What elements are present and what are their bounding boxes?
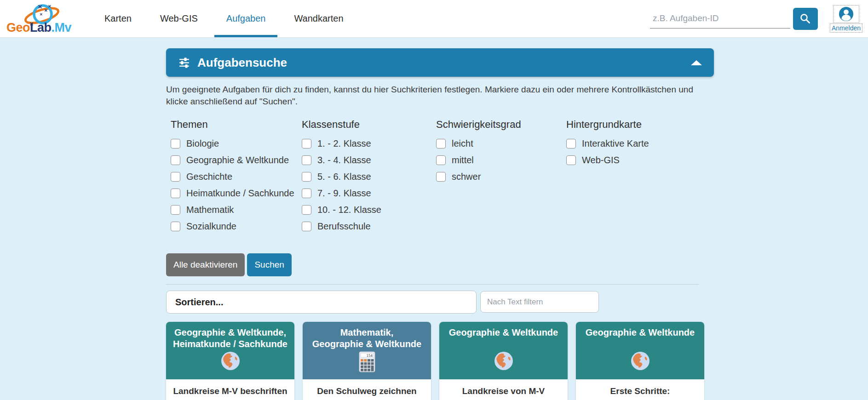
suchen-button[interactable]: Suchen xyxy=(247,253,291,276)
svg-text:✕: ✕ xyxy=(48,4,52,9)
results-toolbar: Sortieren... xyxy=(166,291,714,314)
page-body: Aufgabensuche Um geeignete Aufgaben für … xyxy=(0,48,868,400)
filter-group-themen: Themen Biologie Geographie & Weltkunde G… xyxy=(171,119,302,238)
group-title: Themen xyxy=(171,119,302,131)
task-card-body: Den Schulweg zeichnen xyxy=(303,379,431,397)
nav-item-web-gis[interactable]: Web-GIS xyxy=(146,0,212,37)
aufgabensuche-panel-header[interactable]: Aufgabensuche xyxy=(166,48,714,77)
filter-group-hintergrundkarte: Hintergrundkarte Interaktive Karte Web-G… xyxy=(566,119,714,238)
option-label: 7. - 9. Klasse xyxy=(317,188,371,199)
filter-option[interactable]: 3. - 4. Klasse xyxy=(302,155,436,166)
checkbox-heimatkunde-sachkunde[interactable] xyxy=(171,189,180,198)
filter-option[interactable]: Sozialkunde xyxy=(171,221,302,232)
logo-text: GeoLab.Mv xyxy=(6,21,71,35)
group-title: Hintergrundkarte xyxy=(566,119,714,131)
search-button[interactable] xyxy=(793,8,818,30)
checkbox-mathematik[interactable] xyxy=(171,205,180,215)
task-card-body: Erste Schritte: Kartenausschnitt und Hin… xyxy=(576,379,704,400)
task-card-category: Geographie & Weltkunde xyxy=(586,327,695,350)
svg-text:✕: ✕ xyxy=(40,12,43,17)
option-label: Berufsschule xyxy=(317,221,371,232)
filter-option[interactable]: Interaktive Karte xyxy=(566,138,714,149)
filter-option[interactable]: 5. - 6. Klasse xyxy=(302,171,436,182)
checkbox-mittel[interactable] xyxy=(436,155,446,165)
collapse-caret-icon[interactable] xyxy=(691,60,702,65)
checkbox-interaktive-karte[interactable] xyxy=(566,139,576,149)
checkbox-klasse-10-12[interactable] xyxy=(302,205,311,215)
option-label: leicht xyxy=(452,138,473,149)
filter-option[interactable]: schwer xyxy=(436,171,566,182)
option-label: Web-GIS xyxy=(582,155,620,166)
filter-option[interactable]: Berufsschule xyxy=(302,221,436,232)
filter-option[interactable]: Heimatkunde / Sachkunde xyxy=(171,188,302,199)
checkbox-klasse-7-9[interactable] xyxy=(302,189,311,198)
filter-option[interactable]: Biologie xyxy=(171,138,302,149)
checkbox-biologie[interactable] xyxy=(171,139,180,149)
task-card-category: Geographie & Weltkunde xyxy=(449,327,558,350)
globe-icon xyxy=(631,351,650,371)
task-card-title: Erste Schritte: Kartenausschnitt und Hin… xyxy=(579,385,701,400)
option-label: Geschichte xyxy=(186,171,232,182)
option-label: Sozialkunde xyxy=(186,221,236,232)
search-icon xyxy=(799,13,811,24)
checkbox-leicht[interactable] xyxy=(436,139,446,149)
filter-group-klassenstufe: Klassenstufe 1. - 2. Klasse 3. - 4. Klas… xyxy=(302,119,436,238)
sort-select-label: Sortieren... xyxy=(175,297,223,308)
results-divider xyxy=(166,284,699,285)
task-card-header: Geographie & Weltkunde xyxy=(439,322,568,379)
filter-option[interactable]: 7. - 9. Klasse xyxy=(302,188,436,199)
task-card-header: Mathematik, Geographie & Weltkunde 154 xyxy=(303,322,431,379)
nav-item-karten[interactable]: Karten xyxy=(90,0,146,37)
option-label: Heimatkunde / Sachkunde xyxy=(186,188,294,199)
option-label: 5. - 6. Klasse xyxy=(317,171,371,182)
geolab-logo[interactable]: ✕ ✕ ✕ ✕ ✕ GeoLab.Mv xyxy=(6,0,76,37)
filter-group-schwierigkeitsgrad: Schwierigkeitsgrad leicht mittel schwer xyxy=(436,119,566,238)
task-card[interactable]: Geographie & Weltkunde, Heimatkunde / Sa… xyxy=(166,322,294,400)
user-icon xyxy=(839,6,854,22)
option-label: 3. - 4. Klasse xyxy=(317,155,371,166)
filter-option[interactable]: Geographie & Weltkunde xyxy=(171,155,302,166)
filter-option[interactable]: Mathematik xyxy=(171,205,302,215)
filter-option[interactable]: mittel xyxy=(436,155,566,166)
option-label: Mathematik xyxy=(186,205,234,215)
task-card[interactable]: Geographie & Weltkunde Landkreise von M-… xyxy=(439,322,568,400)
task-card-category: Mathematik, Geographie & Weltkunde xyxy=(312,327,421,350)
sliders-icon xyxy=(178,57,190,69)
checkbox-berufsschule[interactable] xyxy=(302,222,311,231)
globe-icon xyxy=(494,351,513,371)
deactivate-all-button[interactable]: Alle deaktivieren xyxy=(166,253,245,276)
checkbox-sozialkunde[interactable] xyxy=(171,222,180,231)
text-filter-input[interactable] xyxy=(480,291,599,313)
filter-option[interactable]: 10. - 12. Klasse xyxy=(302,205,436,215)
filter-option[interactable]: Web-GIS xyxy=(566,155,714,166)
option-label: Interaktive Karte xyxy=(582,138,649,149)
task-card-body: Landkreise von M-V benennen xyxy=(439,379,568,400)
checkbox-klasse-1-2[interactable] xyxy=(302,139,311,149)
globe-icon xyxy=(221,351,240,371)
checkbox-geschichte[interactable] xyxy=(171,172,180,182)
nav-item-aufgaben[interactable]: Aufgaben xyxy=(212,0,280,37)
nav-item-wandkarten[interactable]: Wandkarten xyxy=(280,0,357,37)
checkbox-schwer[interactable] xyxy=(436,172,446,182)
filter-option[interactable]: 1. - 2. Klasse xyxy=(302,138,436,149)
task-card[interactable]: Mathematik, Geographie & Weltkunde 154 xyxy=(303,322,431,400)
account-login[interactable]: Anmelden xyxy=(830,5,862,33)
filter-groups: Themen Biologie Geographie & Weltkunde G… xyxy=(166,119,714,238)
checkbox-klasse-5-6[interactable] xyxy=(302,172,311,182)
task-card-title: Landkreise M-V beschriften xyxy=(169,385,292,397)
navbar: ✕ ✕ ✕ ✕ ✕ GeoLab.Mv Karten Web-GIS Aufga… xyxy=(0,0,868,38)
task-card[interactable]: Geographie & Weltkunde Erste Schritte: K… xyxy=(576,322,704,400)
checkbox-web-gis[interactable] xyxy=(566,155,576,165)
checkbox-klasse-3-4[interactable] xyxy=(302,155,311,165)
sort-select[interactable]: Sortieren... xyxy=(166,291,477,314)
option-label: 1. - 2. Klasse xyxy=(317,138,371,149)
filter-option[interactable]: Geschichte xyxy=(171,171,302,182)
svg-text:154: 154 xyxy=(366,354,373,358)
panel-description: Um geeignete Aufgaben für dich zu finden… xyxy=(166,84,714,108)
panel-title: Aufgabensuche xyxy=(197,56,287,70)
option-label: Geographie & Weltkunde xyxy=(186,155,289,166)
filter-option[interactable]: leicht xyxy=(436,138,566,149)
checkbox-geographie-weltkunde[interactable] xyxy=(171,155,180,165)
task-cards: Geographie & Weltkunde, Heimatkunde / Sa… xyxy=(166,322,714,400)
search-input[interactable] xyxy=(650,9,790,29)
